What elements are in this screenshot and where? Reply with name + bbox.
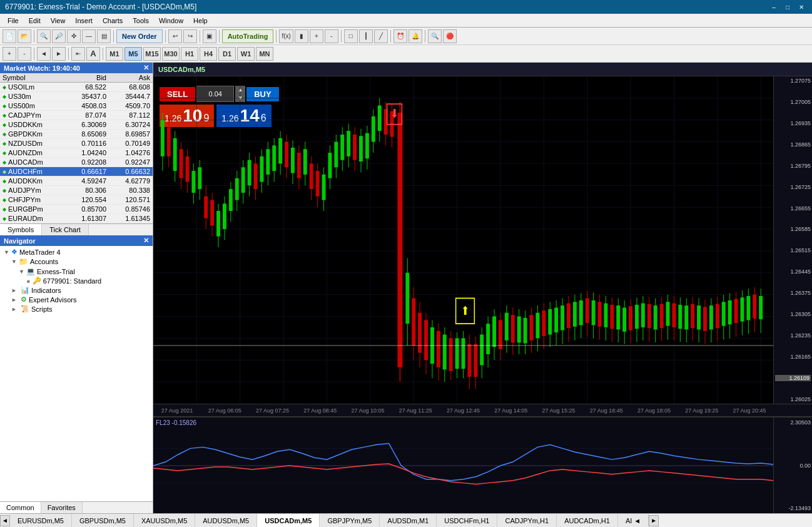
sep-8 (390, 30, 391, 43)
bottom-tab-eurusdm5[interactable]: EURUSDm,M5 (10, 514, 72, 528)
nav-account-6779901[interactable]: ● 🔑 6779901: Standard (24, 276, 151, 285)
mw-row-audjpym[interactable]: ◆AUDJPYm 80.306 80.338 (0, 186, 153, 195)
nav-indicators[interactable]: ► 📊 Indicators (9, 285, 151, 295)
tb-scroll-home[interactable]: ⇤ (71, 47, 85, 61)
tf-w1[interactable]: W1 (237, 47, 255, 61)
mw-row-chfjpym[interactable]: ◆CHFJPYm 120.554 120.571 (0, 195, 153, 205)
svg-rect-29 (161, 120, 165, 156)
chart-main[interactable]: SELL ▲ ▼ BUY 1.26 10 (153, 76, 812, 404)
tb-zoom-minus[interactable]: - (325, 29, 338, 43)
new-order-button[interactable]: New Order (116, 29, 163, 43)
nav-expand-scripts[interactable]: ► (11, 306, 19, 312)
tb-zoom-in[interactable]: 🔍 (37, 29, 51, 43)
menu-view[interactable]: View (46, 16, 71, 26)
tb-tf-add[interactable]: + (3, 47, 16, 61)
close-button[interactable]: ✕ (796, 3, 807, 11)
mw-row-gbpdkkm[interactable]: ◆GBPDKKm 8.65069 8.69857 (0, 130, 153, 139)
nav-metatrader4[interactable]: ▼ ❖ MetaTrader 4 (1, 247, 151, 257)
nav-scripts[interactable]: ► 📜 Scripts (9, 304, 151, 314)
nav-expand-indicators[interactable]: ► (11, 287, 19, 294)
bottom-tabs-right[interactable]: ► (649, 515, 659, 526)
svg-rect-147 (530, 315, 534, 340)
chart-container[interactable]: SELL ▲ ▼ BUY 1.26 10 (153, 76, 812, 513)
tb-zoom-out[interactable]: 🔎 (52, 29, 66, 43)
nav-accounts[interactable]: ▼ 📁 Accounts (9, 257, 151, 267)
mw-row-audnzdm[interactable]: ◆AUDNZDm 1.04240 1.04276 (0, 148, 153, 158)
restore-button[interactable]: □ (782, 3, 793, 11)
menu-window[interactable]: Window (154, 16, 188, 26)
tb-clock[interactable]: ⏰ (393, 29, 407, 43)
mw-row-usoilm[interactable]: ◆USOILm 68.522 68.608 (0, 83, 153, 92)
tb-chart-type[interactable]: ▮ (295, 29, 308, 43)
bottom-tab-xauusdm5[interactable]: XAUUSDm,M5 (134, 514, 195, 528)
tb-tf-remove[interactable]: - (18, 47, 31, 61)
mw-row-cadjpym[interactable]: ◆CADJPYm 87.074 87.112 (0, 111, 153, 120)
tb-bar[interactable]: □ (344, 29, 358, 43)
menu-charts[interactable]: Charts (98, 16, 128, 26)
tb-zoom-plus[interactable]: + (310, 29, 323, 43)
menu-insert[interactable]: Insert (70, 16, 98, 26)
tf-h4[interactable]: H4 (200, 47, 217, 61)
bottom-tab-audusdm5[interactable]: AUDUSDm,M5 (195, 514, 257, 528)
tf-m15[interactable]: M15 (143, 47, 161, 61)
mw-close[interactable]: ✕ (143, 64, 149, 72)
nav-exness-trial[interactable]: ▼ 💻 Exness-Trial (16, 267, 151, 276)
bottom-tab-audcadh1[interactable]: AUDCADm,H1 (557, 514, 618, 528)
bottom-tab-audsdm1[interactable]: AUDSDm,M1 (380, 514, 437, 528)
tb-new-chart[interactable]: 📄 (3, 29, 16, 43)
nav-tab-common[interactable]: Common (0, 502, 41, 513)
nav-close[interactable]: ✕ (143, 237, 149, 245)
tb-letter-a[interactable]: A (86, 47, 100, 61)
tb-indicators[interactable]: f(x) (279, 29, 293, 43)
nav-tab-favorites[interactable]: Favorites (41, 502, 83, 513)
time-0: 27 Aug 2021 (153, 407, 201, 414)
tf-m1[interactable]: M1 (106, 47, 123, 61)
mw-tab-tick[interactable]: Tick Chart (42, 224, 89, 235)
mw-row-eurgbpm[interactable]: ◆EURGBPm 0.85700 0.85746 (0, 205, 153, 214)
tb-notification[interactable]: 🔴 (443, 29, 457, 43)
mw-row-usddkkm[interactable]: ◆USDDKKm 6.30069 6.30724 (0, 120, 153, 130)
mw-row-us30m[interactable]: ◆US30m 35437.0 35444.7 (0, 92, 153, 101)
bottom-tab-usdcadm5[interactable]: USDCADm,M5 (257, 514, 320, 528)
menu-tools[interactable]: Tools (128, 16, 154, 26)
mw-row-nzdusdm[interactable]: ◆NZDUSDm 0.70116 0.70149 (0, 139, 153, 148)
bottom-tab-gbpusdm5[interactable]: GBPUSDm,M5 (72, 514, 134, 528)
tb-line-chart[interactable]: ╱ (374, 29, 388, 43)
nav-expand-ea[interactable]: ► (11, 297, 19, 303)
tf-m5[interactable]: M5 (124, 47, 142, 61)
mw-row-us500m[interactable]: ◆US500m 4508.03 4509.70 (0, 101, 153, 111)
autotrading-button[interactable]: AutoTrading (222, 29, 274, 43)
tb-redo[interactable]: ↪ (183, 29, 197, 43)
bottom-tabs-left[interactable]: ◄ (0, 515, 10, 526)
tb-tf-right[interactable]: ► (52, 47, 66, 61)
mw-row-audcadm[interactable]: ◆AUDCADm 0.92208 0.92247 (0, 158, 153, 167)
minimize-button[interactable]: – (768, 3, 779, 11)
nav-expert-advisors[interactable]: ► ⚙ Expert Advisors (9, 295, 151, 304)
tf-h1[interactable]: H1 (181, 47, 198, 61)
menu-edit[interactable]: Edit (24, 16, 46, 26)
tb-open[interactable]: 📂 (18, 29, 31, 43)
mw-row-euraudm[interactable]: ◆EURAUDm 1.61307 1.61345 (0, 214, 153, 223)
mw-row-audchfm[interactable]: ◆AUDCHFm 0.66617 0.66632 (0, 167, 153, 177)
mw-row-auddkkm[interactable]: ◆AUDDKKm 4.59247 4.62779 (0, 177, 153, 186)
bottom-tab-cadjpyh1[interactable]: CADJPYm,H1 (497, 514, 557, 528)
tf-d1[interactable]: D1 (218, 47, 236, 61)
menu-file[interactable]: File (3, 16, 24, 26)
time-5: 27 Aug 11:25 (392, 407, 439, 414)
tb-periods[interactable]: ▤ (97, 29, 111, 43)
bottom-tab-gbpjpym5[interactable]: GBPJPYm,M5 (320, 514, 380, 528)
mw-tab-symbols[interactable]: Symbols (0, 224, 42, 235)
tf-mn[interactable]: MN (256, 47, 273, 61)
tb-tf-left[interactable]: ◄ (37, 47, 51, 61)
menu-help[interactable]: Help (188, 16, 213, 26)
bottom-tab-usdchfh1[interactable]: USDCHFm,H1 (437, 514, 497, 528)
tb-line[interactable]: — (82, 29, 96, 43)
tb-crosshair[interactable]: ✜ (67, 29, 81, 43)
tb-candle[interactable]: ┃ (359, 29, 373, 43)
tb-settings[interactable]: ▣ (203, 29, 216, 43)
tf-m30[interactable]: M30 (162, 47, 180, 61)
tb-alert[interactable]: 🔔 (409, 29, 422, 43)
bottom-tab-ai[interactable]: AI ◄ (618, 514, 649, 528)
tb-undo[interactable]: ↩ (168, 29, 182, 43)
tb-search[interactable]: 🔍 (428, 29, 442, 43)
